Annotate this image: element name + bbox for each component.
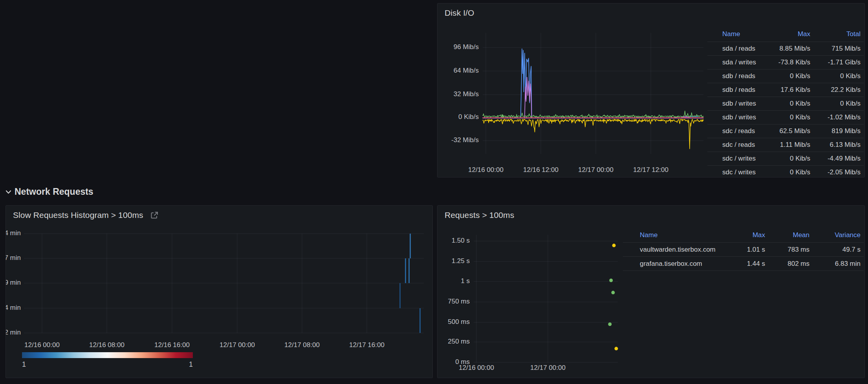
color-scale-min-label: 1 (22, 360, 26, 369)
legend-row[interactable]: sdb / writes0 Kib/s-1.02 Mib/s (707, 111, 864, 124)
heatmap-cell[interactable] (399, 283, 401, 308)
x-axis-tick-label: 12/16 16:00 (154, 341, 190, 349)
y-axis-tick-label: 64 Mib/s (454, 67, 479, 74)
legend-cell-name[interactable]: sdc / writes (722, 168, 769, 176)
legend-row[interactable]: sda / reads8.85 Mib/s715 Mib/s (707, 42, 864, 56)
legend-row[interactable]: sdc / writes0 Kib/s-2.05 Mib/s (707, 166, 864, 177)
heatmap-cell[interactable] (405, 258, 406, 283)
grafana-dashboard: Disk I/O 96 Mib/s64 Mib/s32 Mib/s0 Kib/s… (0, 0, 868, 384)
y-axis-tick-label: 1 s (461, 277, 470, 285)
legend-cell-name[interactable]: grafana.tiserbox.com (640, 260, 736, 268)
legend-cell-max: 1.01 s (736, 246, 765, 254)
series-line (521, 49, 532, 117)
legend-header-row: NameMaxMeanVariance (623, 229, 864, 243)
y-axis-tick-label: 250 ms (448, 338, 470, 345)
legend-cell-total: 0 Kib/s (810, 72, 861, 80)
legend-header-name[interactable]: Name (722, 30, 769, 38)
legend-cell-mean: 802 ms (765, 260, 809, 268)
legend-cell-max: 0 Kib/s (769, 155, 810, 163)
legend-header-name[interactable]: Name (640, 231, 736, 239)
scatter-point[interactable] (614, 347, 618, 350)
section-label: Network Requests (15, 187, 93, 197)
legend-row[interactable]: sdb / reads0 Kib/s0 Kib/s (707, 69, 864, 83)
legend-cell-max: 0 Kib/s (769, 72, 810, 80)
legend-header-mean[interactable]: Mean (765, 231, 809, 239)
legend-header-variance[interactable]: Variance (809, 231, 861, 239)
y-axis-tick-label: 750 ms (448, 298, 470, 305)
scatter-point[interactable] (609, 279, 613, 282)
legend-row[interactable]: sdc / reads62.5 Mib/s819 Mib/s (707, 124, 864, 138)
legend-cell-max: 1.11 Mib/s (769, 141, 810, 149)
legend-cell-total: -2.05 Mib/s (810, 168, 861, 176)
legend-cell-max: 0 Kib/s (769, 168, 810, 176)
y-axis-tick-label: 34 min (6, 229, 21, 237)
legend-cell-total: 6.13 Mib/s (810, 141, 861, 149)
x-axis-tick-label: 12/17 12:00 (633, 166, 668, 174)
legend-row[interactable]: sdc / reads1.11 Mib/s6.13 Mib/s (707, 138, 864, 152)
legend-row[interactable]: vaultwarden.tiserbox.com1.01 s783 ms49.7… (623, 243, 864, 257)
legend-cell-mean: 783 ms (765, 246, 809, 254)
legend-row[interactable]: sdb / reads17.6 Kib/s22.2 Kib/s (707, 83, 864, 97)
legend-cell-name[interactable]: sdb / reads (722, 72, 769, 80)
panel-slow-requests-histogram: Slow Requests Histogram > 100ms 34 min17… (5, 205, 433, 378)
legend-cell-name[interactable]: sdc / writes (722, 155, 769, 163)
scatter-point[interactable] (612, 244, 616, 247)
legend-header-max[interactable]: Max (736, 231, 765, 239)
legend-cell-name[interactable]: sdb / writes (722, 113, 769, 121)
scatter-point[interactable] (611, 291, 615, 294)
legend-cell-max: 0 Kib/s (769, 100, 810, 108)
x-axis-tick-label: 12/16 00:00 (459, 364, 494, 371)
legend-cell-max: 8.85 Mib/s (769, 45, 810, 53)
y-axis-tick-label: -32 Mib/s (451, 136, 479, 144)
section-network-requests[interactable]: Network Requests (5, 187, 93, 197)
legend-cell-variance: 49.7 s (809, 246, 861, 254)
legend-cell-name[interactable]: sdc / reads (722, 141, 769, 149)
legend-cell-max: -73.8 Kib/s (769, 59, 810, 66)
panel-requests-over-100ms: Requests > 100ms 1.50 s1.25 s1 s750 ms50… (437, 205, 865, 378)
x-axis-tick-label: 12/17 08:00 (284, 341, 320, 349)
legend-cell-total: -1.71 Gib/s (810, 59, 861, 66)
legend-header-max[interactable]: Max (769, 30, 810, 38)
y-axis-tick-label: 0 Kib/s (458, 113, 479, 121)
x-axis-tick-label: 12/16 00:00 (24, 341, 60, 349)
legend-cell-name[interactable]: sdc / reads (722, 127, 769, 135)
y-axis-tick-label: 1.50 s (452, 237, 470, 244)
panel-disk-io: Disk I/O 96 Mib/s64 Mib/s32 Mib/s0 Kib/s… (437, 3, 865, 177)
heatmap-cell[interactable] (410, 234, 411, 258)
legend-cell-total: 0 Kib/s (810, 100, 861, 108)
chevron-down-icon (5, 190, 11, 194)
legend-cell-name[interactable]: sdb / reads (722, 86, 769, 94)
legend-row[interactable]: grafana.tiserbox.com1.44 s802 ms6.83 min (623, 257, 864, 271)
legend-cell-max: 0 Kib/s (769, 113, 810, 121)
series-line (483, 111, 703, 117)
legend-cell-name[interactable]: vaultwarden.tiserbox.com (640, 246, 736, 254)
x-axis-tick-label: 12/17 00:00 (578, 166, 613, 174)
legend-header-row: NameMaxTotal (707, 26, 864, 42)
legend-cell-max: 62.5 Mib/s (769, 127, 810, 135)
x-axis-tick-label: 12/17 00:00 (530, 364, 566, 371)
legend-header-total[interactable]: Total (810, 30, 861, 38)
series-line (483, 119, 703, 149)
legend-cell-name[interactable]: sda / reads (722, 45, 769, 53)
color-scale-max-label: 1 (189, 360, 193, 369)
heatmap-cell[interactable] (408, 258, 410, 283)
y-axis-tick-label: 9 min (6, 279, 21, 286)
legend-cell-total: 22.2 Kib/s (810, 86, 861, 94)
scatter-point[interactable] (608, 322, 612, 326)
legend-row[interactable]: sdc / writes0 Kib/s-4.49 Mib/s (707, 152, 864, 166)
legend-row[interactable]: sda / writes-73.8 Kib/s-1.71 Gib/s (707, 56, 864, 69)
legend-cell-total: -1.02 Mib/s (810, 113, 861, 121)
y-axis-tick-label: 32 Mib/s (454, 90, 479, 98)
y-axis-tick-label: 17 min (6, 254, 21, 261)
y-axis-tick-label: 96 Mib/s (454, 43, 479, 51)
legend-cell-name[interactable]: sda / writes (722, 59, 769, 66)
heatmap-cell[interactable] (419, 308, 421, 333)
legend-cell-variance: 6.83 min (809, 260, 861, 268)
x-axis-tick-label: 12/17 16:00 (349, 341, 385, 349)
requests-legend-table: NameMaxMeanVariancevaultwarden.tiserbox.… (623, 229, 864, 271)
x-axis-tick-label: 12/17 00:00 (220, 341, 255, 349)
legend-cell-name[interactable]: sdb / writes (722, 100, 769, 108)
y-axis-tick-label: 1.25 s (452, 257, 470, 265)
y-axis-tick-label: 2 min (6, 329, 21, 336)
legend-row[interactable]: sdb / writes0 Kib/s0 Kib/s (707, 97, 864, 111)
